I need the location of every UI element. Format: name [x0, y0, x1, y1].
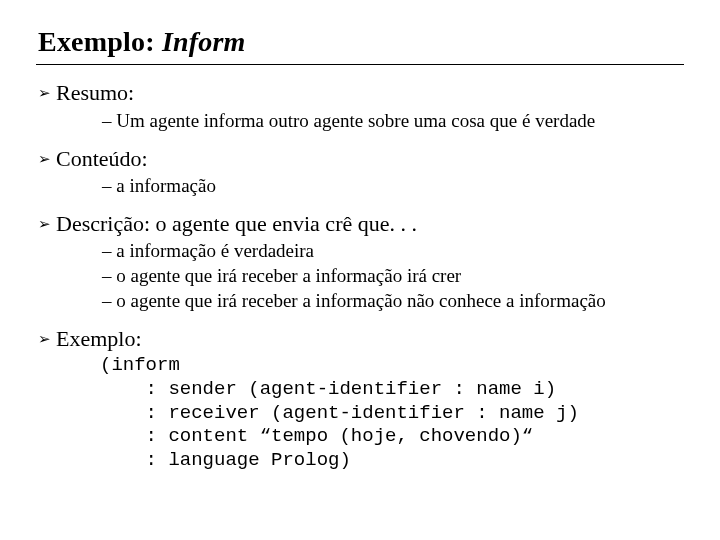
page-title: Exemplo: Inform [38, 24, 684, 60]
item-label: Exemplo: [56, 325, 579, 353]
sub-item: – o agente que irá receber a informação … [102, 289, 606, 313]
title-prefix: Exemplo: [38, 26, 162, 57]
title-wrap: Exemplo: Inform [36, 24, 684, 65]
item-label: Descrição: o agente que envia crê que. .… [56, 210, 606, 238]
sub-item: – o agente que irá receber a informação … [102, 264, 606, 288]
list-item: ➢ Exemplo: (inform : sender (agent-ident… [36, 325, 684, 473]
code-block: (inform : sender (agent-identifier : nam… [100, 354, 579, 473]
chevron-right-icon: ➢ [38, 212, 56, 236]
chevron-right-icon: ➢ [38, 327, 56, 351]
sub-item: – a informação é verdadeira [102, 239, 606, 263]
list-item: ➢ Descrição: o agente que envia crê que.… [36, 210, 684, 313]
item-label: Resumo: [56, 79, 595, 107]
title-italic: Inform [162, 26, 246, 57]
sub-list: – Um agente informa outro agente sobre u… [56, 109, 595, 133]
sub-list: – a informação [56, 174, 216, 198]
bullet-list: ➢ Resumo: – Um agente informa outro agen… [36, 79, 684, 473]
item-body: Conteúdo: – a informação [56, 145, 216, 198]
sub-item: – Um agente informa outro agente sobre u… [102, 109, 595, 133]
item-label: Conteúdo: [56, 145, 216, 173]
item-body: Resumo: – Um agente informa outro agente… [56, 79, 595, 132]
chevron-right-icon: ➢ [38, 81, 56, 105]
title-rule [36, 64, 684, 65]
list-item: ➢ Conteúdo: – a informação [36, 145, 684, 198]
chevron-right-icon: ➢ [38, 147, 56, 171]
sub-item: – a informação [102, 174, 216, 198]
list-item: ➢ Resumo: – Um agente informa outro agen… [36, 79, 684, 132]
slide: Exemplo: Inform ➢ Resumo: – Um agente in… [0, 0, 720, 540]
sub-list: – a informação é verdadeira – o agente q… [56, 239, 606, 312]
item-body: Exemplo: (inform : sender (agent-identif… [56, 325, 579, 473]
item-body: Descrição: o agente que envia crê que. .… [56, 210, 606, 313]
